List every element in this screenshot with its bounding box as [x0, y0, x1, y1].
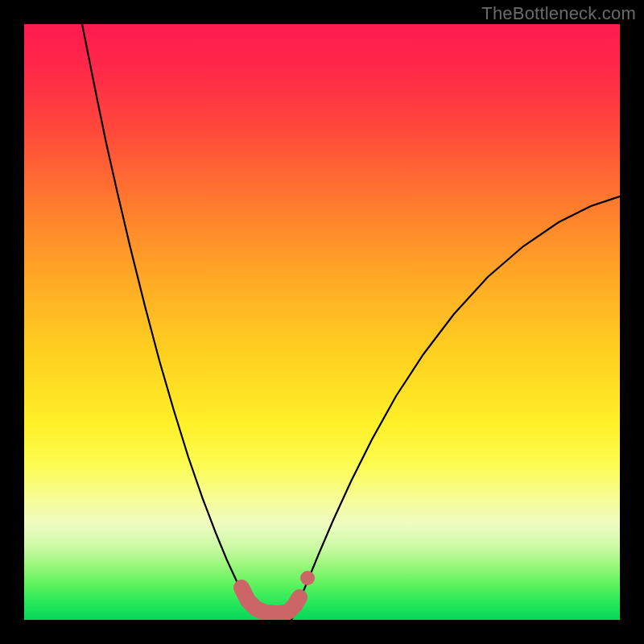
watermark-text: TheBottleneck.com [481, 3, 636, 24]
optimal-zone-dot [300, 571, 315, 585]
chart-frame: TheBottleneck.com [0, 0, 644, 644]
optimal-zone-marker [242, 588, 299, 613]
plot-area [24, 24, 620, 620]
right-bottleneck-curve [291, 196, 620, 620]
left-bottleneck-curve [82, 24, 264, 620]
curves-layer [24, 24, 620, 620]
